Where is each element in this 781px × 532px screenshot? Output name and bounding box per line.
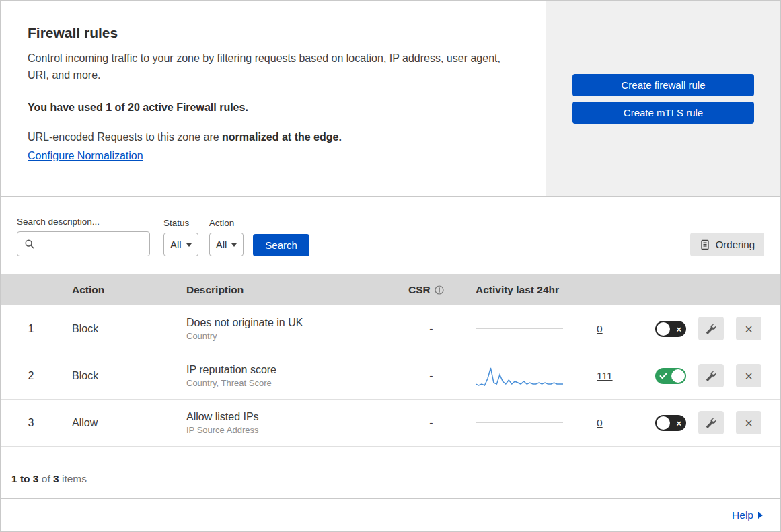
action-select-value: All (216, 239, 227, 250)
chevron-down-icon (231, 243, 237, 247)
rule-activity: 0 (465, 323, 630, 335)
wrench-icon (706, 324, 716, 334)
help-bar: Help (1, 498, 780, 531)
rule-description: Does not originate in UK Country (176, 317, 398, 341)
rule-action: Block (61, 323, 176, 335)
rule-description: IP reputation score Country, Threat Scor… (176, 364, 398, 388)
rule-activity: 111 (465, 364, 630, 388)
toggle-knob (657, 416, 670, 430)
action-filter-group: Action All (209, 218, 244, 256)
page-intro: Firewall rules Control incoming traffic … (1, 1, 546, 196)
search-group: Search description... (17, 217, 150, 256)
arrow-right-icon (758, 512, 763, 519)
close-icon: × (745, 369, 753, 383)
toggle-off-x-icon: × (676, 418, 681, 427)
sparkline-chart (476, 364, 563, 388)
search-button[interactable]: Search (253, 234, 309, 256)
wrench-icon (706, 371, 716, 381)
search-box (17, 231, 150, 256)
chevron-down-icon (186, 243, 192, 247)
csr-header-label: CSR (408, 284, 431, 296)
edit-rule-button[interactable] (698, 411, 724, 434)
column-header-csr: CSR (398, 284, 465, 296)
column-header-description: Description (176, 284, 398, 296)
search-label: Search description... (17, 217, 150, 227)
usage-summary: You have used 1 of 20 active Firewall ru… (28, 102, 519, 114)
rule-description-fields: IP Source Address (186, 425, 398, 435)
activity-count-link[interactable]: 0 (597, 323, 603, 335)
rule-action: Allow (61, 417, 176, 429)
rule-controls: × × (630, 317, 780, 340)
rule-description: Allow listed IPs IP Source Address (176, 411, 398, 435)
rule-description-fields: Country (186, 331, 398, 341)
info-icon[interactable] (435, 285, 444, 295)
table-header-row: Action Description CSR Activity last 24h… (1, 274, 780, 305)
rule-priority: 1 (1, 323, 61, 335)
action-select[interactable]: All (209, 233, 244, 256)
rule-csr: - (398, 370, 465, 382)
rule-controls: × × (630, 411, 780, 434)
page-header: Firewall rules Control incoming traffic … (1, 1, 780, 197)
rule-action: Block (61, 370, 176, 382)
activity-count-link[interactable]: 0 (597, 417, 603, 429)
edit-rule-button[interactable] (698, 364, 724, 387)
filter-bar: Search description... Status All Action … (1, 197, 780, 274)
status-select[interactable]: All (163, 233, 198, 256)
help-link[interactable]: Help (732, 509, 763, 521)
rule-description-title: Allow listed IPs (186, 411, 398, 423)
toggle-on-check-icon (659, 373, 667, 379)
status-filter-group: Status All (163, 218, 198, 256)
rule-activity: 0 (465, 417, 630, 429)
search-input[interactable] (17, 232, 149, 256)
activity-sparkline-empty (476, 328, 563, 329)
table-row: 3 Allow Allow listed IPs IP Source Addre… (1, 400, 780, 447)
close-icon: × (745, 416, 753, 430)
page-title: Firewall rules (28, 25, 519, 41)
page-description: Control incoming traffic to your zone by… (28, 50, 519, 84)
activity-count-link[interactable]: 111 (597, 370, 613, 382)
column-header-activity: Activity last 24hr (465, 284, 630, 296)
search-icon (24, 239, 35, 250)
close-icon: × (745, 322, 753, 336)
help-link-label: Help (732, 509, 753, 521)
create-mtls-rule-button[interactable]: Create mTLS rule (572, 102, 754, 124)
activity-sparkline (476, 364, 563, 388)
rule-description-fields: Country, Threat Score (186, 378, 398, 388)
create-firewall-rule-button[interactable]: Create firewall rule (572, 74, 754, 96)
normalization-bold-text: normalized at the edge. (222, 131, 342, 143)
toggle-knob (657, 322, 670, 336)
ordering-button[interactable]: Ordering (690, 233, 764, 256)
delete-rule-button[interactable]: × (736, 411, 761, 434)
rule-enabled-toggle[interactable] (655, 368, 686, 384)
rule-priority: 3 (1, 417, 61, 429)
table-row: 1 Block Does not originate in UK Country… (1, 305, 780, 352)
rule-enabled-toggle[interactable]: × (655, 321, 686, 337)
firewall-rules-page: Firewall rules Control incoming traffic … (0, 0, 781, 532)
table-row: 2 Block IP reputation score Country, Thr… (1, 352, 780, 400)
actions-panel: Create firewall rule Create mTLS rule (546, 1, 780, 196)
table-footer: 1 to 3 of 3 items (1, 447, 780, 498)
rule-priority: 2 (1, 370, 61, 382)
delete-rule-button[interactable]: × (736, 364, 761, 387)
delete-rule-button[interactable]: × (736, 317, 761, 340)
activity-sparkline-empty (476, 422, 563, 423)
normalization-text: URL-encoded Requests to this zone are (28, 131, 222, 143)
rule-description-title: IP reputation score (186, 364, 398, 376)
status-select-value: All (170, 239, 182, 250)
action-label: Action (209, 218, 244, 228)
wrench-icon (706, 418, 716, 428)
rule-csr: - (398, 417, 465, 429)
status-label: Status (163, 218, 198, 228)
items-range: 1 to 3 of 3 items (11, 473, 87, 485)
rule-enabled-toggle[interactable]: × (655, 415, 686, 431)
rule-controls: × (630, 364, 780, 387)
toggle-knob (671, 369, 685, 383)
ordering-button-label: Ordering (716, 239, 755, 250)
column-header-action: Action (61, 284, 176, 296)
rule-description-title: Does not originate in UK (186, 317, 398, 329)
toggle-off-x-icon: × (676, 324, 681, 333)
edit-rule-button[interactable] (698, 317, 724, 340)
ordering-icon (700, 239, 710, 250)
configure-normalization-link[interactable]: Configure Normalization (28, 150, 143, 162)
rule-csr: - (398, 323, 465, 335)
